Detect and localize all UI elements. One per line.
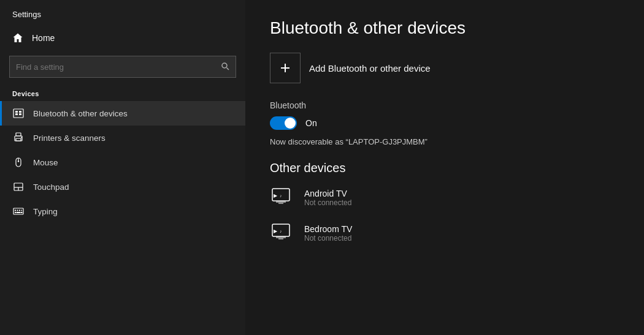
svg-rect-17	[13, 208, 23, 214]
sidebar-item-touchpad-label: Touchpad	[33, 183, 69, 192]
svg-rect-5	[19, 111, 21, 113]
svg-rect-21	[21, 210, 23, 211]
svg-rect-18	[15, 210, 16, 211]
svg-rect-33	[276, 236, 286, 238]
search-icon-button[interactable]	[221, 62, 229, 72]
device-item-bedroom-tv[interactable]: ▶ ♪ Bedroom TV Not connected	[270, 220, 619, 246]
sidebar-item-mouse-label: Mouse	[33, 158, 58, 167]
add-device-label: Add Bluetooth or other device	[309, 63, 431, 73]
bluetooth-toggle-row: On	[270, 116, 619, 130]
touchpad-icon	[12, 181, 25, 193]
sidebar-item-mouse[interactable]: Mouse	[0, 150, 245, 175]
svg-rect-4	[15, 113, 18, 115]
mouse-icon	[12, 156, 25, 168]
bedroom-tv-name: Bedroom TV	[304, 224, 352, 234]
page-title: Bluetooth & other devices	[270, 18, 619, 38]
keyboard-icon	[12, 205, 25, 217]
sidebar-item-typing[interactable]: Typing	[0, 199, 245, 224]
home-icon	[12, 32, 23, 43]
other-devices-title: Other devices	[270, 161, 619, 175]
bluetooth-toggle-state: On	[305, 118, 317, 128]
bluetooth-section: Bluetooth On Now discoverable as “LAPTOP…	[270, 100, 619, 146]
bluetooth-section-label: Bluetooth	[270, 100, 619, 110]
bedroom-tv-status: Not connected	[304, 234, 352, 243]
svg-point-10	[21, 137, 22, 138]
sidebar: Settings Home Devices	[0, 0, 245, 335]
svg-rect-9	[16, 138, 21, 141]
svg-rect-34	[278, 238, 283, 239]
svg-text:♪: ♪	[280, 194, 282, 198]
svg-rect-3	[15, 111, 18, 113]
svg-point-13	[18, 160, 19, 162]
svg-line-1	[227, 67, 229, 70]
svg-rect-28	[276, 201, 286, 203]
android-tv-status: Not connected	[304, 198, 351, 207]
sidebar-item-bluetooth-label: Bluetooth & other devices	[33, 109, 128, 118]
main-content: Bluetooth & other devices Add Bluetooth …	[245, 0, 644, 335]
sidebar-section-label: Devices	[0, 85, 245, 101]
toggle-knob	[285, 118, 296, 129]
svg-rect-20	[19, 210, 20, 211]
svg-text:♪: ♪	[280, 229, 282, 233]
bluetooth-toggle[interactable]	[270, 116, 297, 130]
svg-rect-8	[16, 133, 21, 136]
sidebar-item-touchpad[interactable]: Touchpad	[0, 175, 245, 199]
svg-rect-22	[15, 212, 16, 213]
sidebar-item-printers-label: Printers & scanners	[33, 134, 105, 143]
sidebar-item-typing-label: Typing	[33, 207, 58, 216]
android-tv-info: Android TV Not connected	[304, 189, 351, 207]
printer-icon	[12, 132, 25, 144]
svg-text:▶: ▶	[274, 193, 278, 198]
svg-point-0	[222, 63, 227, 68]
bluetooth-icon	[12, 107, 25, 119]
app-title: Settings	[0, 0, 245, 26]
other-devices-section: Other devices ▶ ♪ Android TV Not connect…	[270, 161, 619, 246]
add-device-button[interactable]: Add Bluetooth or other device	[270, 53, 619, 83]
svg-rect-24	[21, 212, 23, 213]
sidebar-item-printers[interactable]: Printers & scanners	[0, 126, 245, 150]
android-tv-icon: ▶ ♪	[270, 185, 296, 211]
bedroom-tv-icon: ▶ ♪	[270, 220, 296, 246]
sidebar-item-home[interactable]: Home	[0, 26, 245, 50]
svg-rect-19	[17, 210, 18, 211]
add-device-icon	[270, 53, 301, 83]
discoverable-text: Now discoverable as “LAPTOP-GJ3PJMBM”	[270, 137, 619, 146]
svg-rect-23	[17, 212, 21, 213]
svg-rect-2	[13, 109, 23, 118]
svg-rect-29	[278, 203, 283, 204]
search-box[interactable]	[9, 56, 236, 78]
svg-text:▶: ▶	[274, 228, 278, 234]
search-input[interactable]	[16, 62, 216, 72]
home-label: Home	[32, 33, 55, 43]
bedroom-tv-info: Bedroom TV Not connected	[304, 224, 352, 243]
sidebar-item-bluetooth[interactable]: Bluetooth & other devices	[0, 101, 245, 126]
android-tv-name: Android TV	[304, 189, 351, 198]
svg-rect-6	[19, 113, 21, 115]
device-item-android-tv[interactable]: ▶ ♪ Android TV Not connected	[270, 185, 619, 211]
